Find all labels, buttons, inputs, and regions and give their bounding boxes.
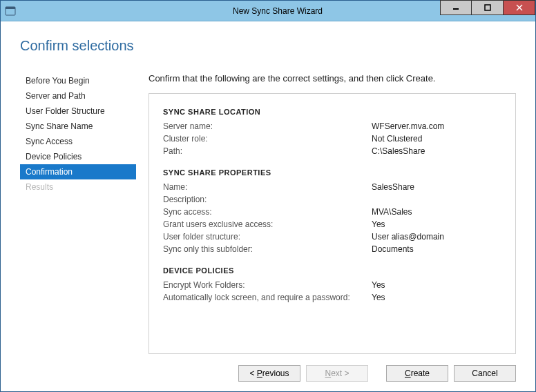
row-lock-screen: Automatically lock screen, and require a…: [163, 291, 501, 304]
row-exclusive-access: Grant users exclusive access:Yes: [163, 218, 501, 231]
label-cluster-role: Cluster role:: [163, 134, 372, 144]
row-path: Path:C:\SalesShare: [163, 145, 501, 157]
page-heading: Confirm selections: [20, 38, 516, 54]
step-results: Results: [20, 179, 136, 195]
row-subfolder: Sync only this subfolder:Documents: [163, 243, 501, 255]
app-icon: [1, 6, 20, 17]
step-sync-access[interactable]: Sync Access: [20, 134, 136, 149]
label-server-name: Server name:: [163, 121, 372, 131]
label-description: Description:: [163, 195, 372, 204]
label-encrypt: Encrypt Work Folders:: [163, 280, 372, 290]
instruction-text: Confirm that the following are the corre…: [149, 73, 516, 84]
next-button: Next >: [306, 365, 368, 382]
content-row: Before You Begin Server and Path User Fo…: [20, 73, 516, 354]
step-confirmation[interactable]: Confirmation: [20, 164, 136, 179]
summary-panel: SYNC SHARE LOCATION Server name:WFServer…: [149, 93, 516, 354]
maximize-button[interactable]: [472, 0, 504, 15]
step-before-you-begin[interactable]: Before You Begin: [20, 73, 136, 88]
value-exclusive-access: Yes: [372, 219, 385, 229]
value-folder-structure: User alias@domain: [372, 232, 444, 242]
row-cluster-role: Cluster role:Not Clustered: [163, 133, 501, 145]
step-server-and-path[interactable]: Server and Path: [20, 88, 136, 104]
label-exclusive-access: Grant users exclusive access:: [163, 219, 372, 229]
section-location-title: SYNC SHARE LOCATION: [163, 108, 501, 116]
section-properties-title: SYNC SHARE PROPERTIES: [163, 168, 501, 177]
label-folder-structure: User folder structure:: [163, 232, 372, 242]
label-path: Path:: [163, 146, 372, 156]
row-server-name: Server name:WFServer.mva.com: [163, 120, 501, 133]
step-list: Before You Begin Server and Path User Fo…: [20, 73, 136, 354]
previous-button[interactable]: < Previous: [238, 365, 300, 382]
step-device-policies[interactable]: Device Policies: [20, 149, 136, 164]
button-bar: < Previous Next > Create Cancel: [20, 354, 516, 382]
step-sync-share-name[interactable]: Sync Share Name: [20, 119, 136, 134]
value-cluster-role: Not Clustered: [372, 134, 422, 144]
window-controls: [440, 0, 535, 15]
titlebar: New Sync Share Wizard: [1, 1, 535, 21]
value-subfolder: Documents: [372, 244, 414, 254]
value-server-name: WFServer.mva.com: [372, 121, 444, 131]
value-name: SalesShare: [372, 182, 414, 192]
step-user-folder-structure[interactable]: User Folder Structure: [20, 104, 136, 119]
row-sync-access: Sync access:MVA\Sales: [163, 206, 501, 218]
minimize-button[interactable]: [440, 0, 472, 15]
create-button[interactable]: Create: [386, 365, 448, 382]
row-description: Description:: [163, 193, 501, 206]
row-encrypt: Encrypt Work Folders:Yes: [163, 279, 501, 291]
label-name: Name:: [163, 182, 372, 192]
value-encrypt: Yes: [372, 280, 385, 290]
section-device-title: DEVICE POLICIES: [163, 266, 501, 275]
wizard-body: Confirm selections Before You Begin Serv…: [1, 21, 535, 391]
svg-rect-1: [6, 7, 15, 9]
cancel-button[interactable]: Cancel: [454, 365, 516, 382]
close-button[interactable]: [504, 0, 535, 15]
row-folder-structure: User folder structure:User alias@domain: [163, 231, 501, 243]
value-sync-access: MVA\Sales: [372, 207, 412, 217]
value-path: C:\SalesShare: [372, 146, 425, 156]
label-subfolder: Sync only this subfolder:: [163, 244, 372, 254]
main-panel: Confirm that the following are the corre…: [149, 73, 516, 354]
row-name: Name:SalesShare: [163, 181, 501, 193]
svg-rect-3: [485, 5, 490, 10]
label-lock-screen: Automatically lock screen, and require a…: [163, 293, 372, 302]
button-gap: [374, 365, 381, 382]
label-sync-access: Sync access:: [163, 207, 372, 217]
value-lock-screen: Yes: [372, 293, 385, 302]
wizard-window: New Sync Share Wizard Confirm selections…: [0, 0, 536, 392]
